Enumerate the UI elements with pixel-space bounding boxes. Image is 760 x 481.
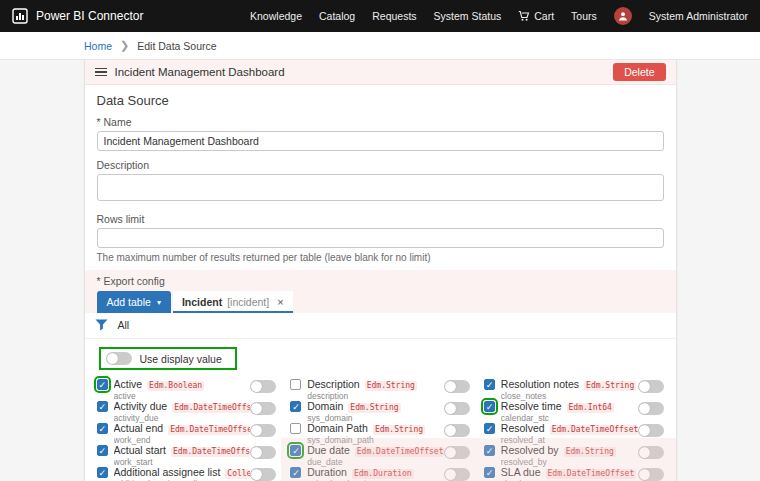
field-label: SLA due — [501, 466, 541, 478]
field-column-3: Resolution notesEdm.Stringclose_notesRes… — [484, 376, 664, 481]
field-checkbox[interactable] — [290, 379, 301, 390]
user-name[interactable]: System Administrator — [649, 10, 748, 22]
field-display-toggle[interactable] — [444, 468, 470, 481]
field-label: Resolved — [501, 422, 545, 434]
app-title: Power BI Connector — [36, 9, 143, 23]
field-checkbox[interactable] — [290, 445, 301, 456]
field-display-toggle[interactable] — [638, 446, 664, 459]
field-row: SLA dueEdm.DateTimeOffsetsla_due — [484, 464, 664, 481]
rows-limit-help: The maximum number of results returned p… — [97, 252, 664, 263]
tab-name: Incident — [182, 296, 222, 308]
field-label-row: Due dateEdm.DateTimeOffset — [307, 444, 444, 457]
breadcrumb-home-link[interactable]: Home — [84, 40, 112, 52]
field-label-row: ActiveEdm.Boolean — [114, 378, 251, 391]
description-input[interactable] — [97, 174, 664, 201]
user-avatar[interactable] — [614, 7, 632, 25]
field-display-toggle[interactable] — [250, 380, 276, 393]
field-display-toggle[interactable] — [638, 468, 664, 481]
nav-catalog[interactable]: Catalog — [319, 10, 355, 22]
field-display-toggle[interactable] — [250, 402, 276, 415]
use-display-value-toggle[interactable] — [106, 352, 132, 365]
toggle-knob — [445, 381, 456, 392]
field-type-badge: Edm.Duration — [352, 469, 414, 479]
toggle-knob — [107, 353, 118, 364]
field-checkbox[interactable] — [484, 401, 495, 412]
field-main: Additional assignee listCollection(Edm.S… — [114, 466, 251, 481]
field-label: Resolve time — [501, 400, 562, 412]
field-checkbox[interactable] — [97, 467, 108, 478]
hamburger-menu-icon[interactable] — [95, 68, 107, 77]
field-row: Due dateEdm.DateTimeOffsetdue_date — [290, 442, 470, 464]
user-icon — [617, 10, 629, 22]
field-display-toggle[interactable] — [250, 424, 276, 437]
field-main: Due dateEdm.DateTimeOffsetdue_date — [307, 444, 444, 467]
field-checkbox[interactable] — [484, 423, 495, 434]
field-checkbox[interactable] — [97, 401, 108, 412]
field-main: ResolvedEdm.DateTimeOffsetresolved_at — [501, 422, 638, 445]
filter-icon[interactable] — [95, 319, 108, 331]
field-checkbox[interactable] — [484, 379, 495, 390]
nav-system-status[interactable]: System Status — [434, 10, 502, 22]
field-label: Active — [114, 378, 143, 390]
filter-all-label[interactable]: All — [118, 319, 130, 331]
toggle-knob — [251, 469, 262, 480]
field-display-toggle[interactable] — [250, 468, 276, 481]
rows-limit-input[interactable] — [97, 228, 664, 248]
field-checkbox[interactable] — [97, 445, 108, 456]
toggle-knob — [445, 425, 456, 436]
field-type-badge: Edm.DateTimeOffset — [546, 469, 637, 479]
field-label-row: Domain PathEdm.String — [307, 422, 444, 435]
field-display-toggle[interactable] — [638, 380, 664, 393]
field-row: Domain PathEdm.Stringsys_domain_path — [290, 420, 470, 442]
field-row: DomainEdm.Stringsys_domain — [290, 398, 470, 420]
nav-requests[interactable]: Requests — [372, 10, 416, 22]
field-checkbox[interactable] — [97, 379, 108, 390]
tab-incident[interactable]: Incident [incident] × — [173, 291, 293, 313]
field-display-toggle[interactable] — [444, 380, 470, 393]
field-label: Actual end — [114, 422, 164, 434]
field-display-toggle[interactable] — [638, 424, 664, 437]
field-label: Actual start — [114, 444, 167, 456]
field-type-badge: Edm.Boolean — [147, 381, 204, 391]
nav-cart[interactable]: Cart — [518, 10, 554, 22]
field-type-badge: Edm.String — [584, 381, 636, 391]
field-label-row: Actual endEdm.DateTimeOffset — [114, 422, 251, 435]
top-nav: Knowledge Catalog Requests System Status… — [250, 7, 748, 25]
field-checkbox[interactable] — [290, 423, 301, 434]
app-brand[interactable]: Power BI Connector — [12, 8, 143, 24]
field-column-2: DescriptionEdm.StringdescriptionDomainEd… — [290, 376, 470, 481]
toggle-knob — [639, 469, 650, 480]
field-row: DescriptionEdm.Stringdescription — [290, 376, 470, 398]
field-label-row: Resolve timeEdm.Int64 — [501, 400, 638, 413]
field-main: Activity dueEdm.DateTimeOffsetactivity_d… — [114, 400, 251, 423]
delete-button[interactable]: Delete — [613, 63, 665, 81]
field-row: Actual startEdm.DateTimeOffsetwork_start — [97, 442, 277, 464]
field-label: Description — [307, 378, 360, 390]
field-display-toggle[interactable] — [250, 446, 276, 459]
toggle-knob — [251, 447, 262, 458]
field-type-badge: Edm.String — [373, 425, 425, 435]
field-display-toggle[interactable] — [444, 402, 470, 415]
top-bar: Power BI Connector Knowledge Catalog Req… — [0, 0, 760, 32]
field-display-toggle[interactable] — [638, 402, 664, 415]
field-checkbox[interactable] — [97, 423, 108, 434]
field-label-row: Resolved byEdm.String — [501, 444, 638, 457]
field-type-badge: Edm.DateTimeOffset — [355, 447, 444, 457]
field-main: Actual endEdm.DateTimeOffsetwork_end — [114, 422, 251, 445]
field-label-row: SLA dueEdm.DateTimeOffset — [501, 466, 638, 479]
field-display-toggle[interactable] — [444, 424, 470, 437]
field-checkbox[interactable] — [484, 445, 495, 456]
nav-tours[interactable]: Tours — [571, 10, 597, 22]
cart-icon — [518, 10, 530, 22]
field-checkbox[interactable] — [290, 467, 301, 478]
add-table-button[interactable]: Add table ▾ — [97, 291, 171, 313]
field-main: DomainEdm.Stringsys_domain — [307, 400, 444, 423]
field-label-row: Resolution notesEdm.String — [501, 378, 638, 391]
filter-row: All — [85, 313, 676, 339]
name-input[interactable] — [97, 131, 664, 151]
nav-knowledge[interactable]: Knowledge — [250, 10, 302, 22]
field-display-toggle[interactable] — [444, 446, 470, 459]
field-checkbox[interactable] — [290, 401, 301, 412]
field-checkbox[interactable] — [484, 467, 495, 478]
tab-close-icon[interactable]: × — [277, 296, 283, 308]
